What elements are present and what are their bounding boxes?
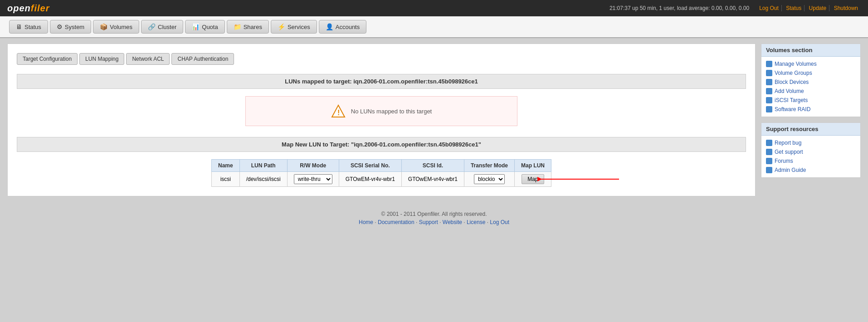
sub-tabs: Target Configuration LUN Mapping Network…	[17, 53, 746, 65]
status-icon: 🖥	[16, 23, 22, 30]
accounts-icon: 👤	[326, 23, 333, 30]
main-nav: 🖥 Status ⚙ System 📦 Volumes 🔗 Cluster 📊 …	[0, 16, 868, 38]
tab-shares[interactable]: 📁 Shares	[227, 20, 269, 34]
tab-system-label: System	[65, 24, 84, 30]
add-volume-label: Add Volume	[775, 88, 804, 94]
tab-status-label: Status	[24, 24, 41, 30]
tab-quota[interactable]: 📊 Quota	[185, 20, 224, 34]
map-btn-wrapper: Map	[522, 174, 544, 184]
subtab-network-acl[interactable]: Network ACL	[126, 53, 170, 65]
forums-link[interactable]: Forums	[766, 158, 856, 164]
cell-transfer-mode: blockio fileio	[464, 172, 514, 187]
sidebar-support-title: Support resources	[761, 123, 860, 136]
top-links: Log Out Status Update Shutdown	[756, 5, 861, 11]
logout-link[interactable]: Log Out	[756, 5, 782, 11]
footer-links: Home · Documentation · Support · Website…	[9, 219, 859, 225]
iscsi-targets-link[interactable]: iSCSI Targets	[766, 97, 856, 103]
col-map-lun: Map LUN	[514, 160, 551, 172]
tab-cluster-label: Cluster	[158, 24, 176, 30]
tab-accounts[interactable]: 👤 Accounts	[319, 20, 366, 34]
footer-documentation-link[interactable]: Documentation	[378, 219, 414, 225]
list-item: Software RAID	[761, 105, 860, 114]
col-scsi-id: SCSI Id.	[401, 160, 464, 172]
footer-home-link[interactable]: Home	[359, 219, 373, 225]
logo: openfiler	[7, 3, 49, 14]
sidebar-support-list: Report bug Get support Forums	[761, 136, 860, 177]
block-devices-link[interactable]: Block Devices	[766, 79, 856, 85]
cell-scsi-id: GTOwEM-vr4v-wbr1	[401, 172, 464, 187]
shutdown-link[interactable]: Shutdown	[831, 5, 861, 11]
map-heading: Map New LUN to Target: "iqn.2006-01.com.…	[17, 137, 746, 152]
no-luns-text: No LUNs mapped to this target	[351, 108, 432, 115]
col-scsi-serial: SCSI Serial No.	[339, 160, 401, 172]
admin-guide-link[interactable]: Admin Guide	[766, 167, 856, 173]
cell-map-lun: Map	[514, 172, 551, 187]
col-lun-path: LUN Path	[239, 160, 287, 172]
luns-heading: LUNs mapped to target: iqn.2006-01.com.o…	[17, 74, 746, 89]
right-sidebar: Volumes section Manage Volumes Volume Gr…	[761, 44, 861, 196]
list-item: Admin Guide	[761, 166, 860, 175]
topbar: openfiler 21:07:37 up 50 min, 1 user, lo…	[0, 0, 868, 16]
cell-name: iscsi	[212, 172, 240, 187]
manage-volumes-label: Manage Volumes	[775, 61, 817, 67]
col-name: Name	[212, 160, 240, 172]
report-bug-link[interactable]: Report bug	[766, 140, 856, 146]
tab-services[interactable]: ⚡ Services	[271, 20, 317, 34]
tab-cluster[interactable]: 🔗 Cluster	[141, 20, 183, 34]
manage-volumes-link[interactable]: Manage Volumes	[766, 61, 856, 67]
tab-quota-label: Quota	[202, 24, 218, 30]
subtab-lun-mapping[interactable]: LUN Mapping	[79, 53, 124, 65]
forums-label: Forums	[775, 158, 793, 164]
list-item: Block Devices	[761, 78, 860, 87]
admin-guide-icon	[766, 167, 772, 173]
cell-rw-mode: write-thru write-back readonly	[287, 172, 339, 187]
tab-system[interactable]: ⚙ System	[50, 20, 91, 34]
content-wrapper: Target Configuration LUN Mapping Network…	[0, 38, 868, 202]
report-bug-icon	[766, 140, 772, 146]
quota-icon: 📊	[192, 23, 200, 30]
footer-website-link[interactable]: Website	[443, 219, 462, 225]
software-raid-label: Software RAID	[775, 106, 810, 112]
list-item: Add Volume	[761, 87, 860, 96]
tab-volumes[interactable]: 📦 Volumes	[93, 20, 139, 34]
volume-groups-label: Volume Groups	[775, 70, 812, 76]
no-luns-warning: ! No LUNs mapped to this target	[245, 96, 517, 126]
forums-icon	[766, 158, 772, 164]
tab-accounts-label: Accounts	[336, 24, 360, 30]
footer-license-link[interactable]: License	[467, 219, 485, 225]
get-support-link[interactable]: Get support	[766, 149, 856, 155]
footer-support-link[interactable]: Support	[419, 219, 438, 225]
sidebar-volumes-title: Volumes section	[761, 44, 860, 57]
list-item: iSCSI Targets	[761, 96, 860, 105]
tab-services-label: Services	[288, 24, 310, 30]
svg-marker-3	[537, 177, 542, 181]
update-link[interactable]: Update	[806, 5, 830, 11]
tab-status[interactable]: 🖥 Status	[9, 20, 48, 34]
add-volume-link[interactable]: Add Volume	[766, 88, 856, 94]
status-link[interactable]: Status	[783, 5, 805, 11]
red-arrow-indicator	[537, 175, 628, 184]
table-row: iscsi /dev/iscsi/iscsi write-thru write-…	[212, 172, 551, 187]
rw-mode-select[interactable]: write-thru write-back readonly	[294, 174, 332, 184]
volume-groups-icon	[766, 70, 772, 76]
cluster-icon: 🔗	[148, 23, 156, 30]
lun-table-wrapper: Name LUN Path R/W Mode SCSI Serial No. S…	[17, 159, 746, 187]
system-icon: ⚙	[57, 23, 63, 30]
block-devices-label: Block Devices	[775, 79, 809, 85]
tab-shares-label: Shares	[244, 24, 262, 30]
subtab-chap-authentication[interactable]: CHAP Authentication	[171, 53, 234, 65]
list-item: Report bug	[761, 138, 860, 147]
lun-table: Name LUN Path R/W Mode SCSI Serial No. S…	[211, 159, 551, 187]
cell-lun-path: /dev/iscsi/iscsi	[239, 172, 287, 187]
software-raid-link[interactable]: Software RAID	[766, 106, 856, 112]
subtab-target-configuration[interactable]: Target Configuration	[17, 53, 78, 65]
transfer-mode-select[interactable]: blockio fileio	[474, 174, 505, 184]
footer-logout-link[interactable]: Log Out	[490, 219, 509, 225]
report-bug-label: Report bug	[775, 140, 801, 146]
volumes-icon: 📦	[100, 23, 107, 30]
list-item: Volume Groups	[761, 68, 860, 78]
col-rw-mode: R/W Mode	[287, 160, 339, 172]
shares-icon: 📁	[234, 23, 241, 30]
list-item: Get support	[761, 147, 860, 156]
volume-groups-link[interactable]: Volume Groups	[766, 70, 856, 76]
